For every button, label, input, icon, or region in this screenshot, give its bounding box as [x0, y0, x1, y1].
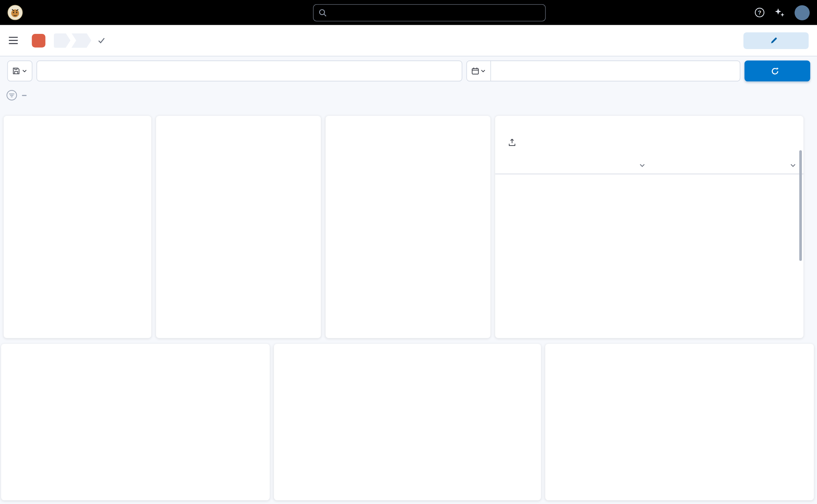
- pencil-icon: [771, 37, 777, 44]
- menu-icon[interactable]: [8, 36, 18, 44]
- panel-dns-external-query: [545, 344, 814, 500]
- calico-logo-icon[interactable]: [7, 5, 23, 21]
- line-chart: [274, 358, 541, 478]
- help-icon[interactable]: ?: [754, 7, 765, 18]
- check-icon[interactable]: [97, 37, 105, 44]
- top-bar: ?: [0, 0, 817, 25]
- save-icon: [13, 67, 20, 75]
- space-badge[interactable]: [32, 34, 45, 47]
- svg-text:?: ?: [758, 10, 761, 16]
- pie-chart: [331, 196, 409, 273]
- area-chart: [545, 358, 814, 478]
- table-header: [495, 156, 803, 174]
- global-search-input[interactable]: [331, 9, 540, 17]
- panel-dns-internal-query: [1, 344, 270, 500]
- filter-bar: [6, 90, 31, 101]
- edit-button[interactable]: [743, 32, 809, 49]
- search-icon: [319, 9, 327, 16]
- legend-list-button[interactable]: [162, 323, 175, 336]
- kql-search: [36, 61, 462, 82]
- breadcrumb: [54, 33, 106, 48]
- refresh-icon: [771, 67, 779, 75]
- breadcrumb-current: [72, 33, 91, 48]
- dashboard-actions: [689, 32, 809, 49]
- legend-list-button[interactable]: [551, 487, 564, 499]
- panel-dns-responses: [326, 116, 490, 338]
- column-header-domains[interactable]: [502, 162, 645, 168]
- breadcrumb-dashboard[interactable]: [54, 33, 71, 48]
- query-search-input[interactable]: [36, 61, 462, 82]
- chevron-down-icon[interactable]: [790, 162, 796, 168]
- query-bar: [7, 61, 810, 82]
- area-chart: [1, 358, 270, 478]
- panel-dns-requests: [156, 116, 321, 338]
- calendar-button[interactable]: [467, 61, 491, 81]
- pie-chart: [161, 185, 260, 284]
- legend-list-button[interactable]: [7, 487, 20, 499]
- saved-query-button[interactable]: [7, 61, 33, 82]
- filter-divider: [22, 95, 27, 96]
- panel-dns-total-requests: [4, 116, 151, 338]
- assistant-icon[interactable]: [774, 7, 785, 18]
- export-icon: [509, 139, 515, 146]
- gauge-chart: [15, 146, 140, 271]
- user-avatar[interactable]: [794, 5, 810, 20]
- legend-list-button[interactable]: [280, 487, 293, 499]
- dashboard-app: ?: [0, 0, 817, 504]
- filter-icon[interactable]: [6, 90, 17, 101]
- date-picker-group: [466, 61, 740, 82]
- panel-dns-latency: [274, 344, 541, 500]
- legend-list-button[interactable]: [332, 323, 344, 336]
- column-header-count[interactable]: [653, 162, 796, 168]
- scrollbar-thumb[interactable]: [799, 150, 802, 261]
- global-search-box[interactable]: [313, 4, 546, 21]
- chevron-down-icon: [480, 68, 486, 74]
- calendar-icon: [472, 67, 479, 75]
- panel-top-external-domains: [495, 116, 803, 338]
- topbar-icons: ?: [754, 0, 810, 25]
- nav-bar: [0, 25, 817, 56]
- chevron-down-icon: [22, 68, 27, 74]
- chevron-down-icon[interactable]: [639, 162, 645, 168]
- export-button[interactable]: [509, 139, 519, 146]
- refresh-button[interactable]: [744, 61, 810, 82]
